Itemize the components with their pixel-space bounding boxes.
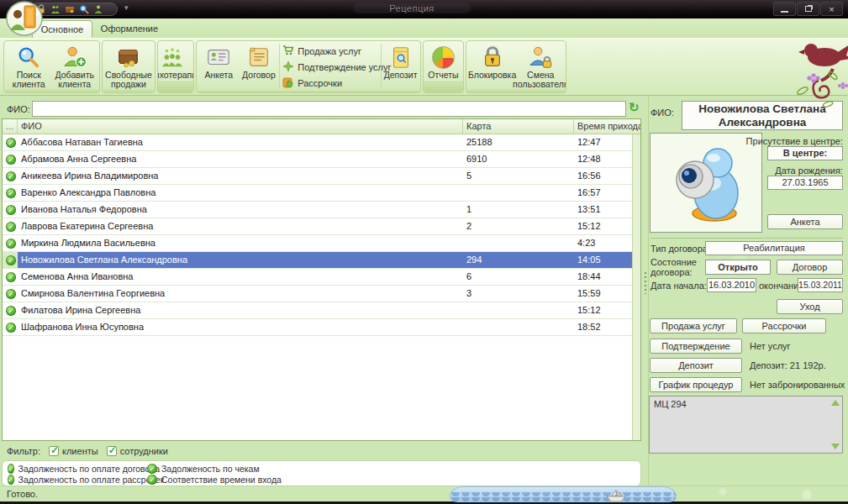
contract-state-box: Открыто [705, 260, 771, 275]
status-check-icon [3, 202, 18, 218]
table-row[interactable]: Смирнова Валентина Георгиевна315:59 [3, 286, 640, 302]
deposit-button[interactable]: Депозит [382, 42, 419, 90]
anketa-button[interactable]: Анкета [198, 42, 240, 90]
maximize-button[interactable] [797, 2, 819, 16]
minimize-button[interactable] [773, 2, 796, 16]
table-row[interactable]: Иванова Наталья Федоровна113:51 [3, 202, 640, 218]
tab-design[interactable]: Оформление [94, 20, 165, 38]
ribbon-button-label: Блокировка [468, 71, 516, 80]
table-row[interactable]: Лаврова Екатерина Сергеевна215:12 [3, 218, 640, 235]
installments-button[interactable]: Рассрочки [742, 318, 826, 333]
client-card [463, 319, 574, 335]
close-button[interactable]: × [820, 2, 843, 16]
confirm-services-button[interactable]: Подтверждение услуг [650, 339, 742, 354]
confirm-icon [282, 60, 294, 74]
column-header-card[interactable]: Карта [463, 119, 574, 134]
group-icon [160, 44, 185, 71]
leave-button[interactable]: Уход [777, 299, 843, 314]
notes-area[interactable]: МЦ 294 [649, 396, 843, 454]
status-check-icon [3, 134, 18, 150]
fio-search-label: ФИО: [7, 104, 30, 114]
table-row[interactable]: Абрамова Анна Сергеевна691012:48 [3, 151, 640, 168]
table-row[interactable]: Шафранова Инна Юсуповна18:52 [3, 319, 640, 336]
deposit-detail-button[interactable]: Депозит [650, 358, 742, 373]
ribbon-group-reports: Отчеты [423, 40, 464, 93]
schedule-button[interactable]: График процедур [650, 377, 742, 392]
client-time: 12:48 [574, 151, 640, 167]
ribbon-group-label: Безопасность [466, 90, 566, 92]
client-card: 25188 [463, 134, 574, 150]
status-check-icon [3, 235, 18, 251]
change-user-button[interactable]: Смена пользователя [516, 42, 565, 89]
window-title: Рецепция [353, 3, 471, 13]
add-client-button[interactable]: Добавить клиента [52, 42, 98, 89]
ribbon-list-label: Подтверждение услуг [298, 62, 391, 72]
detail-fio-label: ФИО: [650, 108, 674, 118]
wallet-icon[interactable] [65, 4, 75, 14]
client-card [463, 235, 574, 251]
refresh-icon[interactable]: ↻ [629, 100, 640, 115]
ribbon-group-label: Новожилова Светлана Александровна [197, 91, 420, 92]
confirm-services-item[interactable]: Подтверждение услуг [282, 60, 377, 74]
card-icon [206, 44, 231, 71]
date-end-box: 15.03.2011 [798, 278, 843, 292]
table-row[interactable]: Миркина Людмила Васильевна4:23 [3, 235, 640, 252]
filter-clients-checkbox[interactable]: клиенты [49, 446, 98, 456]
quick-access-dropdown-icon[interactable]: ▾ [124, 3, 129, 12]
user-lock-icon [528, 44, 553, 71]
fio-search-input[interactable] [32, 101, 626, 117]
app-menu-button[interactable] [6, 1, 44, 36]
column-header-name[interactable]: ФИО [18, 119, 463, 134]
filter-label: Фильтр: [7, 446, 40, 456]
free-sales-button[interactable]: Свободные продажи [104, 42, 153, 89]
legend-item-label: Задолженость по оплате рассрочек [18, 475, 165, 485]
status-text: Готово. [7, 489, 38, 499]
table-scrollbar[interactable] [632, 134, 640, 440]
scroll-up-icon[interactable] [831, 400, 840, 406]
contract-type-box: Реабилитация [705, 241, 843, 255]
client-name: Смирнова Валентина Георгиевна [18, 286, 463, 302]
filter-staff-checkbox[interactable]: сотрудники [107, 446, 168, 456]
contract-detail-button[interactable]: Договор [777, 260, 843, 275]
table-row[interactable]: Семенова Анна Ивановна618:44 [3, 269, 640, 286]
search-icon[interactable] [79, 4, 89, 14]
client-time: 18:44 [574, 269, 640, 285]
search-icon [16, 44, 41, 71]
column-header-time[interactable]: Время прихода [574, 119, 640, 134]
presence-value-box: В центре: [767, 146, 843, 160]
reports-button[interactable]: Отчеты [425, 42, 461, 81]
table-row[interactable]: Аникеева Ирина Владимировна516:56 [3, 168, 640, 185]
scroll-down-icon[interactable] [831, 444, 840, 449]
sale-services-button[interactable]: Продажа услуг [650, 318, 737, 333]
ribbon-button-label: Психотерапия [157, 71, 194, 80]
psychotherapy-button[interactable]: Психотерапия [157, 42, 194, 81]
client-card: 5 [463, 168, 574, 184]
table-header[interactable]: ... ФИО Карта Время прихода [3, 119, 640, 134]
paper-boat-icon [604, 488, 628, 502]
status-check-icon [3, 319, 18, 335]
column-header-icon[interactable]: ... [3, 119, 18, 134]
divider [650, 238, 843, 239]
client-time: 15:12 [574, 218, 640, 234]
contract-button[interactable]: Договор [240, 42, 279, 90]
search-client-button[interactable]: Поиск клиента [6, 42, 52, 89]
client-name: Иванова Наталья Федоровна [18, 202, 463, 218]
group-icon[interactable] [50, 4, 61, 14]
anketa-detail-button[interactable]: Анкета [767, 214, 843, 229]
table-row[interactable]: Новожилова Светлана Александровна29414:0… [3, 252, 640, 269]
legend-check-icon [147, 475, 157, 485]
table-row[interactable]: Аббасова Натаван Тагиевна2518812:47 [3, 134, 640, 151]
ribbon-list-label: Продажа услуг [298, 46, 361, 56]
user-icon[interactable] [93, 4, 103, 14]
table-row[interactable]: Варенко Александра Павловна16:57 [3, 185, 640, 202]
lock-workstation-button[interactable]: Блокировка [468, 42, 516, 89]
deposit-status-text: Депозит: 21 192р. [750, 360, 826, 370]
sale-services-item[interactable]: Продажа услуг [282, 45, 377, 58]
legend-box: Задолженость по оплате договораЗадолжено… [2, 460, 641, 486]
installments-item[interactable]: Рассрочки [282, 76, 377, 90]
ribbon-group-selected-client: Анкета Договор Продажа услуг Подтвержден… [196, 40, 421, 93]
bird-decoration [781, 39, 848, 113]
ribbon-group-free-sales: Свободные продажи [102, 40, 155, 93]
table-row[interactable]: Филатова Ирина Сергеевна15:12 [3, 302, 640, 319]
legend-check-icon [8, 464, 14, 474]
